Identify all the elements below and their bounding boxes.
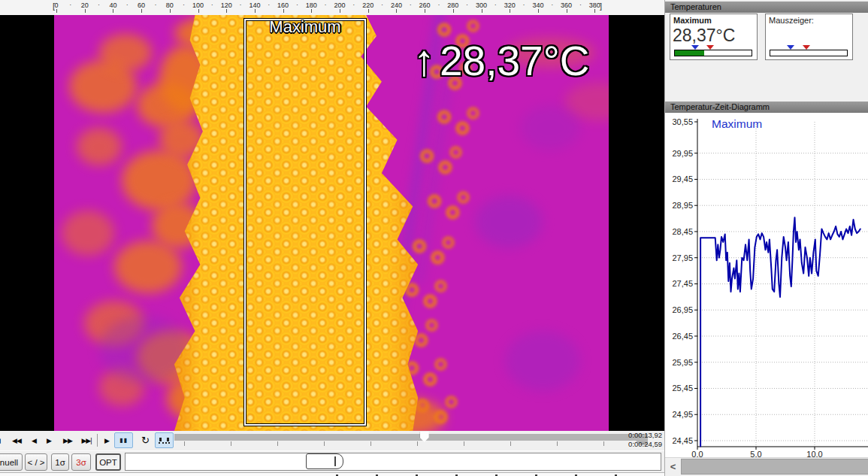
thermal-dot-chain [416, 143, 464, 180]
infrared-image[interactable]: Maximum ↑28,37°C [54, 15, 609, 431]
measure-area-rectangle[interactable]: Maximum [244, 19, 366, 426]
chart-legend-maximum: Maximum [712, 117, 762, 131]
ruler-label: 0 [54, 2, 58, 9]
ruler-minor-dot: · [154, 1, 156, 8]
chart-y-label: 28,45 [672, 227, 693, 236]
scroll-left-button[interactable]: < [665, 458, 681, 475]
skip-end-button[interactable]: ▶▶| [77, 432, 96, 448]
ruler-tick [482, 9, 482, 13]
ruler-minor-dot: · [410, 1, 412, 8]
step-forward-icon: ▶ [47, 437, 51, 444]
prev-next-button[interactable]: < / > [25, 453, 47, 471]
mousepointer-label: Mauszeiger: [769, 16, 814, 25]
range-slider-handle[interactable] [306, 453, 343, 469]
rewind-button[interactable]: ◀◀ [8, 432, 26, 448]
rewind-icon: ◀◀ [12, 437, 21, 444]
loop-button[interactable]: ↻ [136, 432, 154, 448]
manual-button[interactable]: Manuell [0, 453, 23, 471]
ruler-label: 340 [532, 2, 543, 9]
toolbar-separator [97, 434, 98, 447]
ruler-label: 20 [81, 2, 89, 9]
timeline-tick [184, 441, 185, 446]
ruler-label: 320 [504, 2, 516, 9]
ruler-minor-dot: · [296, 1, 298, 8]
play-icon: ▶ [104, 437, 109, 444]
maximum-range-fill [675, 50, 704, 56]
chart-y-label: 29,45 [672, 174, 693, 183]
ruler-tick [56, 9, 57, 13]
skip-start-button[interactable]: |◀ [0, 432, 6, 448]
ruler-minor-dot: · [523, 1, 525, 8]
thermal-blob [99, 34, 152, 71]
maximum-high-marker[interactable] [706, 45, 714, 50]
ruler-minor-dot: · [325, 1, 327, 8]
bottom-strip [0, 472, 665, 476]
chart-y-label: 25,95 [672, 358, 693, 367]
ruler-tick [538, 9, 539, 13]
ruler-label: 220 [362, 2, 374, 9]
mousepointer-temp-box: Mauszeiger: [765, 14, 853, 60]
max-temperature-readout: ↑28,37°C [413, 35, 589, 85]
thermal-cool-blob [99, 316, 189, 384]
playback-toolbar: 0:00:13,92 0:00:24,59 |◀◀◀◀▶▶▶▶▶|▶▮▮↻ [0, 431, 665, 450]
timeline-tick [231, 441, 231, 446]
mousepointer-low-marker[interactable] [787, 45, 794, 50]
thermal-cool-blob [520, 105, 580, 150]
ruler-tick [141, 9, 142, 13]
measure-area-label: Maximum [269, 17, 340, 37]
ruler-minor-dot: · [352, 1, 355, 8]
mousepointer-high-marker[interactable] [803, 45, 810, 50]
thermal-dot-chain [412, 393, 460, 430]
temperatures-header: Temperaturen [665, 2, 868, 13]
ruler-label: 280 [447, 2, 458, 9]
ruler-minor-dot: · [494, 1, 497, 8]
snap-button[interactable] [155, 432, 174, 448]
ruler-minor-dot: · [551, 1, 553, 8]
step-forward-button[interactable]: ▶ [42, 432, 56, 448]
step-back-button[interactable]: ◀ [27, 432, 41, 448]
ruler-label: 160 [277, 2, 289, 9]
thermal-dot-chain [424, 188, 472, 226]
ruler-tick [113, 9, 113, 13]
maximum-range-bar [674, 50, 752, 56]
pause-button[interactable]: ▮▮ [114, 432, 133, 448]
range-slider-field[interactable] [125, 453, 661, 471]
timeline-tick [277, 441, 278, 446]
maximum-low-marker[interactable] [691, 45, 699, 50]
sigma1-button[interactable]: 1σ [51, 453, 69, 471]
play-button[interactable]: ▶ [100, 432, 113, 448]
options-toolbar: Manuell < / > 1σ 3σ OPT [0, 450, 665, 473]
fast-forward-button[interactable]: ▶▶ [59, 432, 77, 448]
skip-end-icon: ▶▶| [81, 437, 91, 444]
scrollbar-thumb[interactable] [681, 459, 868, 474]
ruler-minor-dot: · [381, 1, 383, 8]
thermal-cool-blob [475, 196, 543, 248]
fast-forward-icon: ▶▶ [63, 437, 72, 444]
sigma3-button[interactable]: 3σ [71, 453, 91, 471]
chart-series-maximum [700, 217, 860, 446]
ruler-label: 140 [249, 2, 260, 9]
ruler-minor-dot: · [437, 1, 440, 8]
maximum-value: 28,37°C [673, 26, 735, 46]
ruler-minor-dot: · [126, 1, 129, 8]
opt-button[interactable]: OPT [95, 453, 121, 471]
ruler-tick [340, 9, 340, 13]
mousepointer-range-bar [770, 50, 848, 56]
chart-y-label: 29,95 [672, 149, 693, 158]
chart-y-label: 30,55 [672, 117, 693, 126]
thermal-imaging-app: [ ] 0·20·40·60·80·100·120·140·160·180·20… [0, 0, 868, 476]
chart-scrollbar[interactable]: < [665, 457, 868, 475]
up-arrow-icon: ↑ [413, 35, 440, 84]
chart-y-label: 25,45 [672, 384, 693, 393]
max-temperature-value: 28,37°C [440, 38, 589, 84]
ruler-label: 240 [391, 2, 402, 9]
chart-y-label: 27,45 [672, 279, 693, 288]
ruler-label: 300 [476, 2, 487, 9]
ruler-minor-dot: · [98, 1, 100, 8]
timeline-tick [603, 441, 604, 446]
timeline-track[interactable] [174, 434, 648, 441]
timeline-tick [417, 441, 418, 446]
timeline-tick [370, 441, 371, 446]
snap-markers-icon [159, 437, 170, 444]
chart-y-label: 24,95 [672, 410, 693, 419]
